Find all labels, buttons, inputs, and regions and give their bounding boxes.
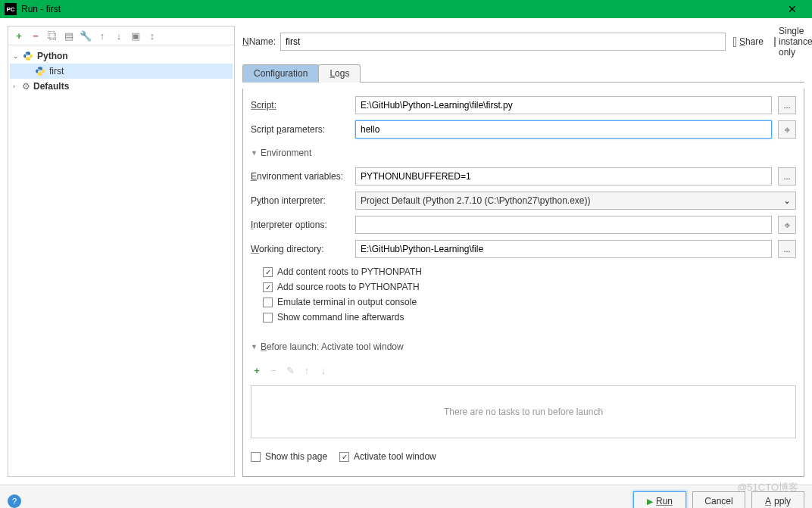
dialog-footer: ? ▶ Run Cancel Apply bbox=[0, 485, 812, 508]
dialog-body: + − ⿻ ▤ 🔧 ↑ ↓ ▣ ↕ ⌄ Python first bbox=[0, 18, 812, 485]
window-title: Run - first bbox=[21, 4, 61, 14]
play-icon: ▶ bbox=[647, 497, 653, 506]
environment-label: Environment bbox=[261, 148, 311, 158]
checkbox-icon bbox=[263, 298, 273, 307]
insert-macro-button[interactable]: ⎆ bbox=[778, 120, 796, 139]
show-page-checkbox[interactable]: Show this page bbox=[251, 449, 327, 464]
apply-button[interactable]: Apply bbox=[751, 491, 804, 508]
script-params-input[interactable] bbox=[355, 120, 772, 139]
interpreter-select[interactable]: Project Default (Python 2.7.10 (C:\Pytho… bbox=[355, 192, 796, 210]
help-button[interactable]: ? bbox=[8, 494, 21, 508]
up-icon[interactable]: ↑ bbox=[96, 30, 108, 42]
emulate-terminal-label: Emulate terminal in output console bbox=[277, 297, 417, 307]
source-roots-checkbox[interactable]: ✓ Add source roots to PYTHONPATH bbox=[263, 279, 796, 295]
tab-configuration[interactable]: Configuration bbox=[242, 64, 319, 83]
insert-interp-button[interactable]: ⎆ bbox=[778, 216, 796, 234]
tasks-empty-box: There are no tasks to run before launch bbox=[251, 385, 796, 438]
share-label: Share bbox=[739, 36, 764, 47]
sort-icon[interactable]: ↕ bbox=[146, 30, 158, 42]
checkbox-icon: ✓ bbox=[263, 282, 273, 292]
launch-footer-checks: Show this page ✓ Activate tool window bbox=[251, 444, 796, 469]
environment-section[interactable]: ▼ Environment bbox=[251, 145, 796, 161]
cancel-button[interactable]: Cancel bbox=[692, 491, 745, 508]
source-roots-label: Add source roots to PYTHONPATH bbox=[277, 282, 420, 292]
interpreter-value: Project Default (Python 2.7.10 (C:\Pytho… bbox=[361, 195, 591, 206]
python-icon bbox=[22, 50, 34, 62]
titlebar: PC Run - first ✕ bbox=[0, 0, 812, 18]
single-instance-checkbox[interactable]: Single instance only bbox=[774, 26, 804, 58]
tree-item-python[interactable]: ⌄ Python bbox=[10, 48, 233, 64]
emulate-terminal-checkbox[interactable]: Emulate terminal in output console bbox=[263, 295, 796, 310]
show-cmdline-label: Show command line afterwards bbox=[277, 312, 404, 323]
interpreter-label: Python interpreter: bbox=[251, 195, 349, 206]
collapse-arrow-icon: ▼ bbox=[251, 343, 258, 351]
content-roots-label: Add content roots to PYTHONPATH bbox=[277, 266, 422, 277]
before-launch-section[interactable]: ▼ Before launch: Activate tool window bbox=[251, 338, 796, 355]
tab-bar: Configuration Logs bbox=[242, 64, 804, 83]
chevron-right-icon[interactable]: › bbox=[13, 83, 22, 90]
browse-workdir-button[interactable]: ... bbox=[778, 240, 796, 258]
app-icon: PC bbox=[5, 3, 17, 15]
remove-task-icon[interactable]: − bbox=[267, 364, 280, 376]
save-icon[interactable]: ▤ bbox=[63, 30, 75, 42]
name-input[interactable] bbox=[280, 33, 726, 51]
left-panel: + − ⿻ ▤ 🔧 ↑ ↓ ▣ ↕ ⌄ Python first bbox=[8, 26, 235, 477]
tab-logs[interactable]: Logs bbox=[318, 64, 361, 83]
checkbox-icon: ✓ bbox=[263, 267, 273, 277]
task-up-icon[interactable]: ↑ bbox=[301, 364, 313, 376]
copy-icon[interactable]: ⿻ bbox=[46, 30, 58, 42]
remove-icon[interactable]: − bbox=[30, 30, 42, 42]
down-icon[interactable]: ↓ bbox=[113, 30, 125, 42]
add-icon[interactable]: + bbox=[13, 30, 25, 42]
script-params-label: Script parameters: bbox=[251, 124, 349, 135]
browse-script-button[interactable]: ... bbox=[778, 96, 796, 114]
run-label: Run bbox=[656, 496, 673, 506]
checkbox-icon bbox=[774, 37, 776, 47]
show-page-label: Show this page bbox=[265, 451, 327, 462]
add-task-icon[interactable]: + bbox=[251, 364, 263, 376]
activate-window-label: Activate tool window bbox=[354, 451, 436, 462]
wrench-icon: ⚙ bbox=[22, 81, 30, 92]
tree-item-first[interactable]: first bbox=[10, 64, 233, 79]
launch-toolbar: + − ✎ ↑ ↓ bbox=[251, 361, 796, 379]
close-icon[interactable]: ✕ bbox=[777, 0, 807, 18]
interp-options-input[interactable] bbox=[355, 216, 772, 234]
task-down-icon[interactable]: ↓ bbox=[317, 364, 329, 376]
left-toolbar: + − ⿻ ▤ 🔧 ↑ ↓ ▣ ↕ bbox=[8, 26, 234, 45]
workdir-label: Working directory: bbox=[251, 244, 349, 254]
before-launch-label: Before launch: Activate tool window bbox=[261, 341, 404, 352]
checkbox-icon bbox=[263, 313, 273, 323]
checkbox-icon: ✓ bbox=[339, 452, 349, 462]
wrench-icon[interactable]: 🔧 bbox=[80, 30, 92, 42]
activate-window-checkbox[interactable]: ✓ Activate tool window bbox=[339, 449, 436, 464]
config-tree: ⌄ Python first › ⚙ Defaults bbox=[8, 45, 234, 476]
interp-options-label: Interpreter options: bbox=[251, 220, 349, 230]
tree-item-defaults[interactable]: › ⚙ Defaults bbox=[10, 79, 233, 94]
name-label: NName: bbox=[242, 36, 273, 47]
show-cmdline-checkbox[interactable]: Show command line afterwards bbox=[263, 310, 796, 325]
dropdown-icon: ⌄ bbox=[783, 195, 791, 206]
collapse-arrow-icon: ▼ bbox=[251, 149, 258, 157]
folder-icon[interactable]: ▣ bbox=[130, 30, 142, 42]
chevron-down-icon[interactable]: ⌄ bbox=[13, 52, 22, 60]
edit-task-icon[interactable]: ✎ bbox=[284, 364, 296, 376]
script-input[interactable] bbox=[355, 96, 772, 114]
tree-label: Python bbox=[37, 51, 68, 61]
run-button[interactable]: ▶ Run bbox=[633, 491, 686, 508]
name-row: NName: Share Single instance only bbox=[242, 26, 804, 58]
workdir-input[interactable] bbox=[355, 240, 772, 258]
empty-text: There are no tasks to run before launch bbox=[444, 407, 603, 417]
content-roots-checkbox[interactable]: ✓ Add content roots to PYTHONPATH bbox=[263, 264, 796, 279]
script-label: Script: bbox=[251, 100, 349, 111]
browse-env-button[interactable]: ... bbox=[778, 167, 796, 185]
checkbox-icon bbox=[251, 452, 261, 462]
checkbox-icon bbox=[733, 37, 736, 47]
right-panel: NName: Share Single instance only Config… bbox=[242, 26, 804, 477]
env-vars-input[interactable] bbox=[355, 167, 772, 185]
tree-label: first bbox=[49, 66, 64, 76]
tree-label: Defaults bbox=[33, 81, 69, 92]
config-body: Script: ... Script parameters: ⎆ ▼ Envir… bbox=[242, 89, 804, 477]
single-instance-label: Single instance only bbox=[779, 26, 812, 58]
env-vars-label: Environment variables: bbox=[251, 171, 349, 182]
share-checkbox[interactable]: Share bbox=[733, 26, 764, 58]
